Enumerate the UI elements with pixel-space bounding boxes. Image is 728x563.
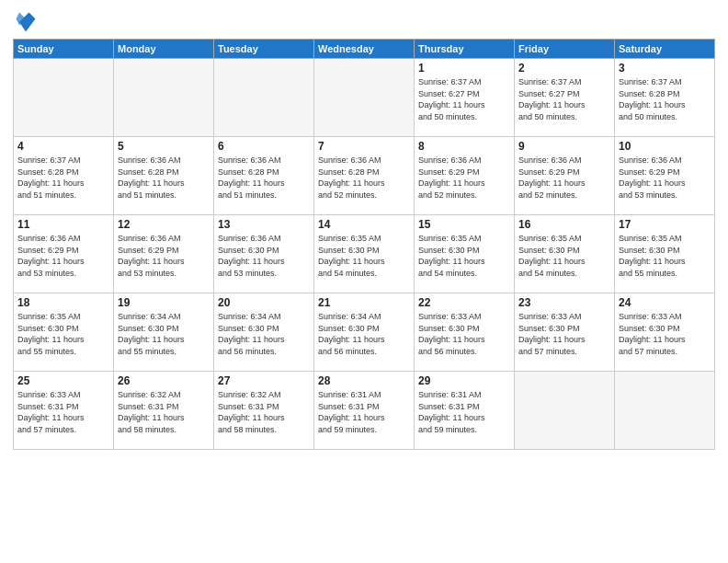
logo — [13, 9, 42, 35]
day-header-thursday: Thursday — [415, 40, 515, 59]
calendar-cell: 29Sunrise: 6:31 AM Sunset: 6:31 PM Dayli… — [415, 372, 515, 450]
calendar-cell: 10Sunrise: 6:36 AM Sunset: 6:29 PM Dayli… — [615, 137, 715, 215]
calendar-cell: 20Sunrise: 6:34 AM Sunset: 6:30 PM Dayli… — [214, 293, 314, 372]
calendar-cell: 21Sunrise: 6:34 AM Sunset: 6:30 PM Dayli… — [314, 293, 415, 372]
day-header-sunday: Sunday — [14, 40, 114, 59]
day-info: Sunrise: 6:32 AM Sunset: 6:31 PM Dayligh… — [118, 389, 210, 435]
day-number: 24 — [619, 296, 711, 309]
day-number: 4 — [17, 140, 109, 153]
calendar-cell: 4Sunrise: 6:37 AM Sunset: 6:28 PM Daylig… — [14, 137, 114, 215]
logo-icon — [13, 9, 39, 35]
day-info: Sunrise: 6:37 AM Sunset: 6:27 PM Dayligh… — [518, 76, 610, 122]
calendar-cell — [515, 372, 615, 450]
day-info: Sunrise: 6:35 AM Sunset: 6:30 PM Dayligh… — [17, 311, 109, 357]
day-number: 23 — [518, 296, 610, 309]
day-number: 19 — [118, 296, 210, 309]
day-info: Sunrise: 6:33 AM Sunset: 6:30 PM Dayligh… — [619, 311, 711, 357]
week-row-2: 11Sunrise: 6:36 AM Sunset: 6:29 PM Dayli… — [14, 215, 715, 293]
day-number: 14 — [318, 218, 410, 231]
week-row-1: 4Sunrise: 6:37 AM Sunset: 6:28 PM Daylig… — [14, 137, 715, 215]
calendar-cell: 22Sunrise: 6:33 AM Sunset: 6:30 PM Dayli… — [415, 293, 515, 372]
day-header-wednesday: Wednesday — [314, 40, 415, 59]
day-number: 5 — [118, 140, 210, 153]
day-number: 27 — [218, 374, 310, 387]
day-number: 8 — [418, 140, 510, 153]
day-number: 16 — [518, 218, 610, 231]
calendar-cell: 9Sunrise: 6:36 AM Sunset: 6:29 PM Daylig… — [515, 137, 615, 215]
day-info: Sunrise: 6:35 AM Sunset: 6:30 PM Dayligh… — [418, 233, 510, 279]
day-number: 11 — [17, 218, 109, 231]
day-number: 15 — [418, 218, 510, 231]
calendar-header-row: SundayMondayTuesdayWednesdayThursdayFrid… — [14, 40, 715, 59]
day-info: Sunrise: 6:37 AM Sunset: 6:27 PM Dayligh… — [418, 76, 510, 122]
day-number: 9 — [518, 140, 610, 153]
calendar-cell: 18Sunrise: 6:35 AM Sunset: 6:30 PM Dayli… — [14, 293, 114, 372]
day-info: Sunrise: 6:36 AM Sunset: 6:28 PM Dayligh… — [318, 155, 410, 201]
calendar-cell: 2Sunrise: 6:37 AM Sunset: 6:27 PM Daylig… — [515, 59, 615, 137]
day-number: 18 — [17, 296, 109, 309]
day-number: 17 — [619, 218, 711, 231]
day-header-monday: Monday — [114, 40, 214, 59]
calendar-cell: 23Sunrise: 6:33 AM Sunset: 6:30 PM Dayli… — [515, 293, 615, 372]
day-number: 20 — [218, 296, 310, 309]
day-info: Sunrise: 6:35 AM Sunset: 6:30 PM Dayligh… — [518, 233, 610, 279]
calendar-cell: 28Sunrise: 6:31 AM Sunset: 6:31 PM Dayli… — [314, 372, 415, 450]
calendar-cell — [14, 59, 114, 137]
page-container: SundayMondayTuesdayWednesdayThursdayFrid… — [0, 0, 728, 455]
calendar-cell: 19Sunrise: 6:34 AM Sunset: 6:30 PM Dayli… — [114, 293, 214, 372]
day-info: Sunrise: 6:36 AM Sunset: 6:29 PM Dayligh… — [619, 155, 711, 201]
day-number: 25 — [17, 374, 109, 387]
calendar-cell: 11Sunrise: 6:36 AM Sunset: 6:29 PM Dayli… — [14, 215, 114, 293]
week-row-0: 1Sunrise: 6:37 AM Sunset: 6:27 PM Daylig… — [14, 59, 715, 137]
calendar-cell: 8Sunrise: 6:36 AM Sunset: 6:29 PM Daylig… — [415, 137, 515, 215]
calendar-cell: 1Sunrise: 6:37 AM Sunset: 6:27 PM Daylig… — [415, 59, 515, 137]
calendar-cell: 16Sunrise: 6:35 AM Sunset: 6:30 PM Dayli… — [515, 215, 615, 293]
day-number: 13 — [218, 218, 310, 231]
day-info: Sunrise: 6:37 AM Sunset: 6:28 PM Dayligh… — [619, 76, 711, 122]
day-info: Sunrise: 6:36 AM Sunset: 6:29 PM Dayligh… — [418, 155, 510, 201]
day-info: Sunrise: 6:33 AM Sunset: 6:31 PM Dayligh… — [17, 389, 109, 435]
calendar-cell: 12Sunrise: 6:36 AM Sunset: 6:29 PM Dayli… — [114, 215, 214, 293]
calendar-cell: 27Sunrise: 6:32 AM Sunset: 6:31 PM Dayli… — [214, 372, 314, 450]
calendar-cell: 7Sunrise: 6:36 AM Sunset: 6:28 PM Daylig… — [314, 137, 415, 215]
day-info: Sunrise: 6:36 AM Sunset: 6:28 PM Dayligh… — [118, 155, 210, 201]
day-number: 3 — [619, 62, 711, 75]
calendar-cell: 5Sunrise: 6:36 AM Sunset: 6:28 PM Daylig… — [114, 137, 214, 215]
calendar-cell: 15Sunrise: 6:35 AM Sunset: 6:30 PM Dayli… — [415, 215, 515, 293]
day-info: Sunrise: 6:31 AM Sunset: 6:31 PM Dayligh… — [318, 389, 410, 435]
day-info: Sunrise: 6:35 AM Sunset: 6:30 PM Dayligh… — [619, 233, 711, 279]
day-info: Sunrise: 6:34 AM Sunset: 6:30 PM Dayligh… — [118, 311, 210, 357]
day-number: 1 — [418, 62, 510, 75]
calendar-cell: 26Sunrise: 6:32 AM Sunset: 6:31 PM Dayli… — [114, 372, 214, 450]
day-info: Sunrise: 6:36 AM Sunset: 6:30 PM Dayligh… — [218, 233, 310, 279]
day-header-friday: Friday — [515, 40, 615, 59]
calendar-cell: 24Sunrise: 6:33 AM Sunset: 6:30 PM Dayli… — [615, 293, 715, 372]
day-info: Sunrise: 6:34 AM Sunset: 6:30 PM Dayligh… — [318, 311, 410, 357]
day-info: Sunrise: 6:36 AM Sunset: 6:29 PM Dayligh… — [118, 233, 210, 279]
calendar-cell: 3Sunrise: 6:37 AM Sunset: 6:28 PM Daylig… — [615, 59, 715, 137]
calendar-cell — [314, 59, 415, 137]
header — [13, 9, 715, 35]
day-number: 7 — [318, 140, 410, 153]
day-number: 26 — [118, 374, 210, 387]
day-number: 22 — [418, 296, 510, 309]
day-number: 28 — [318, 374, 410, 387]
day-number: 21 — [318, 296, 410, 309]
calendar-cell — [615, 372, 715, 450]
calendar-table: SundayMondayTuesdayWednesdayThursdayFrid… — [13, 39, 715, 450]
day-info: Sunrise: 6:35 AM Sunset: 6:30 PM Dayligh… — [318, 233, 410, 279]
week-row-3: 18Sunrise: 6:35 AM Sunset: 6:30 PM Dayli… — [14, 293, 715, 372]
calendar-cell — [114, 59, 214, 137]
day-header-saturday: Saturday — [615, 40, 715, 59]
day-info: Sunrise: 6:36 AM Sunset: 6:28 PM Dayligh… — [218, 155, 310, 201]
calendar-cell: 25Sunrise: 6:33 AM Sunset: 6:31 PM Dayli… — [14, 372, 114, 450]
day-number: 29 — [418, 374, 510, 387]
day-info: Sunrise: 6:31 AM Sunset: 6:31 PM Dayligh… — [418, 389, 510, 435]
day-header-tuesday: Tuesday — [214, 40, 314, 59]
day-number: 6 — [218, 140, 310, 153]
day-info: Sunrise: 6:37 AM Sunset: 6:28 PM Dayligh… — [17, 155, 109, 201]
day-number: 12 — [118, 218, 210, 231]
day-info: Sunrise: 6:32 AM Sunset: 6:31 PM Dayligh… — [218, 389, 310, 435]
day-info: Sunrise: 6:36 AM Sunset: 6:29 PM Dayligh… — [17, 233, 109, 279]
day-info: Sunrise: 6:33 AM Sunset: 6:30 PM Dayligh… — [518, 311, 610, 357]
